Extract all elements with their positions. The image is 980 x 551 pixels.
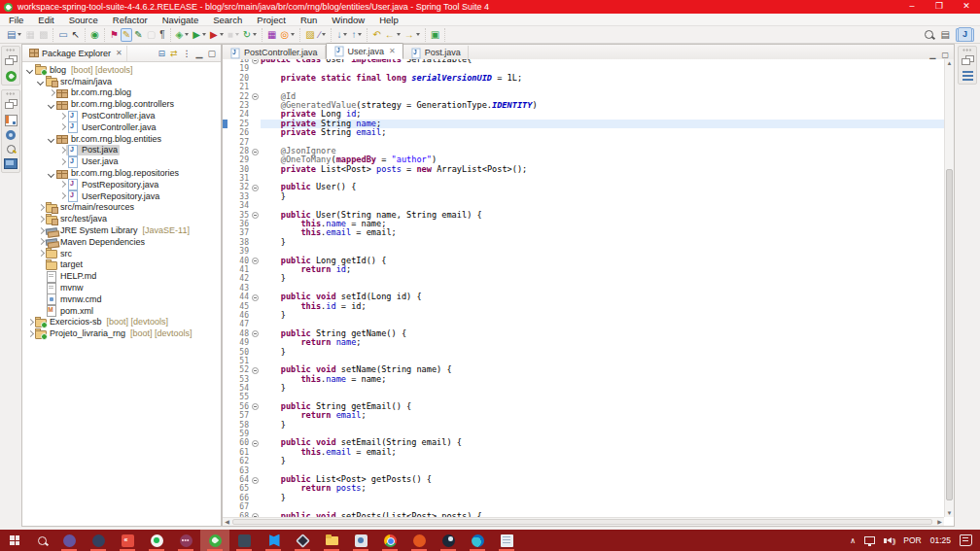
restore-pane-icon[interactable] (961, 55, 974, 67)
tree-twistie-icon[interactable] (47, 100, 55, 109)
fold-marker-icon[interactable] (251, 147, 261, 155)
tree-item-help-md[interactable]: HELP.md (22, 270, 221, 282)
tree-item-maven-dependencies[interactable]: Maven Dependencies (22, 236, 221, 248)
tree-item-user-java[interactable]: JUser.java (22, 155, 221, 167)
network-icon[interactable] (864, 536, 875, 544)
tree-item-br-com-rng-blog-repositories[interactable]: br.com.rng.blog.repositories (22, 167, 221, 179)
start-button[interactable] (0, 530, 29, 551)
code-line-26[interactable]: 26 private String email; (223, 128, 944, 137)
horizontal-scrollbar-thumb[interactable] (232, 519, 932, 525)
code-line-38[interactable]: 38 } (223, 238, 944, 247)
dropdown-arrow-icon[interactable] (322, 33, 326, 36)
selection-arrow-button[interactable]: ↖ (70, 28, 82, 42)
tree-twistie-icon[interactable] (47, 169, 55, 178)
vscode-app-button[interactable] (259, 530, 288, 551)
menu-edit[interactable]: Edit (38, 15, 53, 25)
graph-app-button[interactable] (229, 530, 259, 551)
code-line-37[interactable]: 37 this.email = email; (223, 228, 944, 237)
code-line-53[interactable]: 53 this.name = name; (223, 375, 944, 384)
tray-expand-icon[interactable]: ∧ (850, 536, 856, 545)
menu-project[interactable]: Project (257, 15, 286, 25)
tree-item-post-java[interactable]: JPost.java (22, 145, 221, 156)
maximize-window-button[interactable]: ❐ (926, 0, 953, 14)
code-line-46[interactable]: 46 } (223, 311, 944, 320)
tree-item-src-main-java[interactable]: src/main/java (22, 76, 221, 87)
steam-app-button[interactable] (434, 530, 463, 551)
scroll-down-icon[interactable]: ▼ (945, 509, 954, 517)
volume-icon[interactable]: )) (884, 537, 894, 544)
relaunch-button[interactable]: ↻ (241, 28, 259, 42)
fold-marker-icon[interactable] (251, 475, 261, 484)
dropdown-arrow-icon[interactable] (416, 33, 420, 36)
editor-tab-postcontroller-java[interactable]: JPostController.java (223, 46, 326, 59)
dropdown-arrow-icon[interactable] (358, 33, 362, 36)
menu-source[interactable]: Source (69, 15, 98, 25)
tree-item-usercontroller-java[interactable]: JUserController.java (22, 121, 221, 133)
tree-item-pom-xml[interactable]: Mpom.xml (22, 305, 221, 317)
code-line-21[interactable]: 21 (223, 83, 944, 91)
collapse-all-button[interactable]: ⊟ (158, 49, 165, 58)
fold-marker-icon[interactable] (251, 293, 261, 301)
tree-twistie-icon[interactable] (36, 77, 45, 86)
dropdown-arrow-icon[interactable] (253, 33, 257, 36)
horizontal-scrollbar[interactable]: ◀ ▶ (223, 517, 944, 526)
prev-annotation-button[interactable]: ↑ (349, 28, 364, 42)
maroon-dots-app-button[interactable] (171, 530, 200, 551)
code-line-57[interactable]: 57 return email; (223, 411, 944, 420)
taskbar-search-button[interactable] (29, 530, 54, 551)
code-line-50[interactable]: 50 } (223, 348, 944, 357)
dropdown-arrow-icon[interactable] (18, 33, 21, 36)
boot-dashboard-icon[interactable] (6, 71, 17, 82)
code-line-54[interactable]: 54 } (223, 384, 944, 393)
chrome-app-button[interactable] (375, 530, 404, 551)
dropdown-arrow-icon[interactable] (397, 33, 401, 36)
tree-twistie-icon[interactable] (57, 191, 66, 200)
back-button[interactable]: ← (383, 28, 402, 42)
minimize-view-button[interactable]: ▁ (196, 49, 203, 58)
view-menu-button[interactable]: ⋮ (183, 49, 192, 58)
tree-item-src-test-java[interactable]: src/test/java (22, 213, 221, 224)
code-line-41[interactable]: 41 return id; (223, 265, 944, 274)
dropdown-arrow-icon[interactable] (343, 33, 347, 36)
fold-marker-icon[interactable] (251, 92, 261, 101)
fold-marker-icon[interactable] (251, 329, 261, 338)
vertical-scrollbar-thumb[interactable] (946, 169, 953, 500)
unity-app-button[interactable] (288, 530, 317, 551)
menu-run[interactable]: Run (300, 15, 317, 25)
tree-twistie-icon[interactable] (25, 65, 34, 74)
tree-item-projeto-livraria-rng[interactable]: Projeto_livraria_rng[boot] [devtools] (22, 327, 221, 339)
editor-tab-post-java[interactable]: JPost.java (403, 46, 469, 59)
menu-file[interactable]: File (9, 15, 23, 25)
fold-marker-icon[interactable] (251, 183, 261, 191)
search-view-icon[interactable] (7, 145, 16, 154)
code-line-58[interactable]: 58 } (223, 421, 944, 430)
code-viewport[interactable]: 18public class User implements Serializa… (223, 59, 944, 517)
tree-item-blog[interactable]: blog[boot] [devtools] (22, 64, 221, 76)
tree-twistie-icon[interactable] (57, 180, 66, 189)
scroll-left-icon[interactable]: ◀ (223, 518, 231, 526)
new-editor-window-button[interactable]: ▣ (429, 28, 441, 42)
tree-item-mvnw[interactable]: mvnw (22, 282, 221, 293)
paintbrush-button[interactable]: ∕ (317, 28, 329, 42)
console-view-icon[interactable] (4, 158, 18, 169)
dropdown-arrow-icon[interactable] (235, 33, 239, 36)
menu-search[interactable]: Search (213, 15, 242, 25)
edge-app-button[interactable] (463, 530, 492, 551)
drag-handle-icon[interactable] (6, 49, 16, 52)
tree-item-postrepository-java[interactable]: JPostRepository.java (22, 179, 221, 190)
close-window-button[interactable]: ✕ (953, 0, 980, 14)
code-line-61[interactable]: 61 this.email = email; (223, 448, 944, 457)
dropdown-arrow-icon[interactable] (291, 33, 295, 36)
tree-twistie-icon[interactable] (57, 112, 66, 121)
tree-twistie-icon[interactable] (36, 226, 45, 235)
clock[interactable]: 01:25 (930, 535, 951, 545)
code-line-62[interactable]: 62 } (223, 457, 944, 465)
tree-item-postcontroller-java[interactable]: JPostController.java (22, 110, 221, 121)
notebook-app-button[interactable] (492, 530, 521, 551)
vertical-scrollbar[interactable]: ▲ ▼ (944, 59, 954, 517)
tree-twistie-icon[interactable] (36, 215, 45, 224)
tree-item-target[interactable]: target (22, 259, 221, 271)
menu-help[interactable]: Help (379, 15, 399, 25)
drag-handle-icon[interactable] (6, 92, 16, 95)
package-explorer-tab[interactable]: Package Explorer ✕ (25, 46, 127, 61)
